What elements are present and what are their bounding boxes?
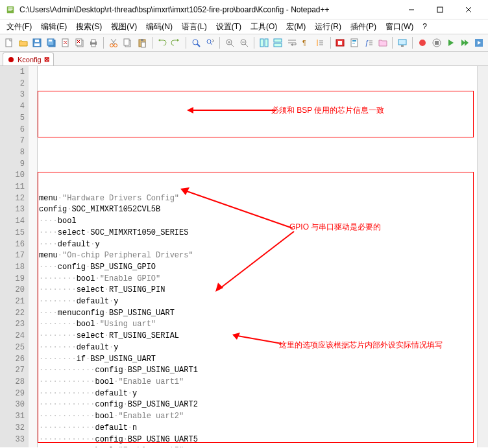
- sync-h-icon[interactable]: [271, 36, 284, 50]
- lang-icon[interactable]: [334, 36, 347, 50]
- svg-rect-11: [34, 43, 40, 46]
- svg-rect-30: [124, 39, 129, 45]
- find-icon[interactable]: [189, 36, 202, 50]
- code-line[interactable]: ········bool·"Enable GPIO": [39, 274, 477, 285]
- code-line[interactable]: menu·"On-chip Peripheral Drivers": [39, 250, 477, 262]
- annotation-1: 必须和 BSP 使用的芯片信息一致: [271, 105, 384, 117]
- menu-tools[interactable]: 工具(O): [247, 20, 281, 34]
- menu-view[interactable]: 视图(V): [107, 20, 141, 34]
- svg-rect-67: [401, 45, 404, 47]
- undo-icon[interactable]: [155, 36, 168, 50]
- svg-rect-24: [92, 44, 95, 47]
- show-all-icon[interactable]: ¶: [300, 36, 313, 50]
- menu-settings[interactable]: 设置(T): [212, 20, 245, 34]
- svg-rect-45: [260, 39, 263, 47]
- menu-file[interactable]: 文件(F): [3, 20, 36, 34]
- line-numbers: 1234567891011121314151617181920212223242…: [0, 66, 29, 447]
- code-line[interactable]: ····select·SOC_MIMXRT1050_SERIES: [39, 228, 477, 239]
- separator: [412, 37, 413, 49]
- wrap-icon[interactable]: [286, 36, 299, 50]
- save-all-icon[interactable]: [45, 36, 58, 50]
- zoom-out-icon[interactable]: [238, 36, 250, 50]
- zoom-in-icon[interactable]: [223, 36, 236, 50]
- code-line[interactable]: ········select·RT_USING_PIN: [39, 285, 477, 296]
- svg-rect-66: [398, 40, 406, 45]
- minimize-button[interactable]: [397, 1, 426, 19]
- menu-encoding[interactable]: 编码(N): [142, 20, 177, 34]
- svg-point-25: [110, 44, 114, 47]
- svg-text:¶: ¶: [302, 40, 306, 47]
- vertical-scrollbar[interactable]: [477, 66, 488, 447]
- stop-icon[interactable]: [430, 36, 443, 50]
- separator: [330, 37, 331, 49]
- code-line[interactable]: ············default·y: [39, 388, 477, 400]
- maximize-button[interactable]: [426, 1, 454, 19]
- svg-rect-46: [265, 39, 268, 47]
- svg-rect-14: [49, 40, 52, 41]
- code-line[interactable]: ····default·y: [39, 239, 477, 251]
- tab-bar: Kconfig ⊠: [0, 52, 488, 66]
- print-icon[interactable]: [88, 36, 101, 50]
- code-line[interactable]: ········default·y: [39, 342, 477, 354]
- redo-icon[interactable]: [169, 36, 182, 50]
- svg-line-39: [231, 44, 234, 47]
- code-line[interactable]: ············config·BSP_USING_UART5: [39, 434, 477, 446]
- tab-label: Kconfig: [18, 56, 42, 64]
- new-file-icon[interactable]: [3, 36, 16, 50]
- menu-window[interactable]: 窗口(W): [382, 20, 417, 34]
- svg-rect-3: [8, 10, 12, 10]
- code-line[interactable]: ············default·n: [39, 423, 477, 434]
- close-button[interactable]: [454, 1, 483, 19]
- doc-map-icon[interactable]: [348, 36, 361, 50]
- separator: [103, 37, 104, 49]
- code-line[interactable]: ····menuconfig·BSP_USING_UART: [39, 308, 477, 320]
- code-line[interactable]: config·SOC_MIMXRT1052CVL5B: [39, 204, 477, 216]
- sync-v-icon[interactable]: [258, 36, 271, 50]
- play-icon[interactable]: [445, 36, 458, 50]
- code-line[interactable]: menu·"Hardware Drivers Config": [39, 193, 477, 205]
- replace-icon[interactable]: [204, 36, 217, 50]
- svg-rect-23: [92, 40, 95, 43]
- code-line[interactable]: ········default·y: [39, 296, 477, 308]
- code-line[interactable]: ····config·BSP_USING_GPIO: [39, 262, 477, 274]
- svg-rect-10: [35, 40, 39, 42]
- folder-icon[interactable]: [376, 36, 389, 50]
- svg-rect-60: [352, 41, 356, 42]
- code-line[interactable]: ········select·RT_USING_SERIAL: [39, 331, 477, 342]
- indent-guide-icon[interactable]: [314, 36, 327, 50]
- code-area[interactable]: 必须和 BSP 使用的芯片信息一致 GPIO 与串口驱动是必要的 这里的选项应该…: [38, 66, 477, 447]
- tab-kconfig[interactable]: Kconfig ⊠: [3, 53, 54, 65]
- menu-run[interactable]: 运行(R): [311, 20, 345, 34]
- func-list-icon[interactable]: ƒ: [362, 36, 375, 50]
- code-line[interactable]: ············config·BSP_USING_UART1: [39, 365, 477, 377]
- menu-plugins[interactable]: 插件(P): [347, 20, 380, 34]
- svg-point-72: [8, 57, 14, 62]
- save-icon[interactable]: [31, 36, 44, 50]
- open-file-icon[interactable]: [17, 36, 30, 50]
- menu-search[interactable]: 搜索(S): [72, 20, 106, 34]
- code-line[interactable]: ············bool·"Enable uart1": [39, 377, 477, 388]
- code-line[interactable]: ····bool: [39, 216, 477, 228]
- code-line[interactable]: ········if·BSP_USING_UART: [39, 354, 477, 366]
- close-file-icon[interactable]: [59, 36, 72, 50]
- menu-macro[interactable]: 宏(M): [282, 20, 310, 34]
- title-bar: C:\Users\Admin\Desktop\rt-thread\bsp\imx…: [0, 0, 488, 19]
- svg-point-34: [193, 40, 198, 45]
- cut-icon[interactable]: [107, 36, 120, 50]
- save-macro-icon[interactable]: [472, 36, 485, 50]
- play-multi-icon[interactable]: [458, 36, 471, 50]
- code-line[interactable]: ············bool·"Enable uart5": [39, 445, 477, 447]
- menu-help[interactable]: ?: [419, 21, 431, 32]
- code-line[interactable]: ············bool·"Enable uart2": [39, 411, 477, 423]
- paste-icon[interactable]: [136, 36, 149, 50]
- record-icon[interactable]: [416, 36, 429, 50]
- svg-rect-70: [435, 41, 439, 45]
- copy-icon[interactable]: [121, 36, 134, 50]
- close-all-icon[interactable]: [73, 36, 86, 50]
- menu-language[interactable]: 语言(L): [178, 20, 211, 34]
- monitor-icon[interactable]: [396, 36, 409, 50]
- code-line[interactable]: ········bool·"Using uart": [39, 319, 477, 331]
- code-line[interactable]: ············config·BSP_USING_UART2: [39, 399, 477, 411]
- tab-close-icon[interactable]: ⊠: [44, 56, 49, 63]
- menu-edit[interactable]: 编辑(E): [37, 20, 71, 34]
